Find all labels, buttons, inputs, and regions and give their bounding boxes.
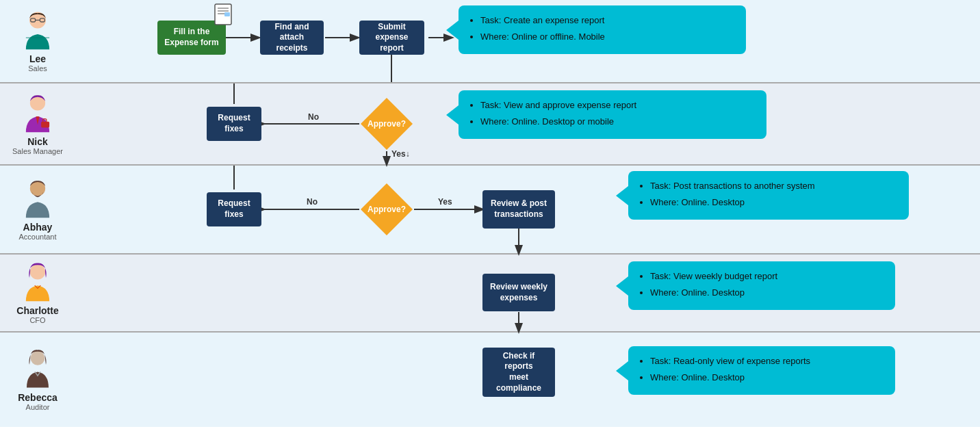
nick-callout: Task: View and approve expense report Wh… bbox=[459, 90, 766, 139]
swimlane-charlotte: Charlotte CFO Review weeklyexpenses bbox=[0, 255, 980, 333]
rebecca-name: Rebecca bbox=[18, 392, 57, 403]
check-compliance-box: Check ifreportsmeetcompliance bbox=[482, 348, 555, 397]
review-weekly-box: Review weeklyexpenses bbox=[482, 274, 555, 311]
rebecca-avatar-icon bbox=[17, 348, 58, 389]
swimlane-rebecca: Rebecca Auditor Check ifreportsmeetcompl… bbox=[0, 333, 980, 427]
no-label-nick: No bbox=[308, 112, 319, 122]
abhay-name: Abhay bbox=[23, 222, 53, 233]
actor-rebecca: Rebecca Auditor bbox=[0, 343, 75, 417]
actor-charlotte: Charlotte CFO bbox=[0, 256, 75, 330]
lee-role: Sales bbox=[28, 64, 47, 73]
svg-point-25 bbox=[30, 264, 45, 279]
actor-lee: Lee Sales bbox=[0, 4, 75, 78]
diagram: Lee Sales Fill in the bbox=[0, 0, 980, 427]
charlotte-role: CFO bbox=[29, 316, 45, 324]
charlotte-flow: Review weeklyexpenses Task: View weekly … bbox=[75, 255, 980, 331]
charlotte-name: Charlotte bbox=[16, 305, 58, 316]
yes-label-abhay: Yes bbox=[438, 197, 452, 207]
lee-callout: Task: Create an expense report Where: On… bbox=[459, 5, 746, 54]
attach-receipts-box: Find andattach receipts bbox=[260, 21, 324, 55]
nick-name: Nick bbox=[27, 136, 48, 147]
no-label-abhay: No bbox=[307, 197, 318, 207]
swimlane-abhay: Abhay Accountant bbox=[0, 166, 980, 255]
submit-report-box: Submitexpense report bbox=[359, 21, 424, 55]
lee-avatar-icon bbox=[17, 10, 58, 51]
rebecca-flow: Check ifreportsmeetcompliance Task: Read… bbox=[75, 333, 980, 427]
rebecca-callout: Task: Read-only view of expense reports … bbox=[628, 346, 895, 395]
nick-flow: No Yes↓ Requestfixes Approve? Task: View… bbox=[75, 83, 980, 164]
request-fixes-abhay-box: Requestfixes bbox=[207, 192, 261, 226]
svg-rect-14 bbox=[41, 122, 49, 128]
lee-name: Lee bbox=[29, 53, 46, 64]
swimlane-lee: Lee Sales Fill in the bbox=[0, 0, 980, 83]
nick-role: Sales Manager bbox=[12, 147, 63, 155]
yes-label-nick: Yes↓ bbox=[391, 149, 410, 159]
review-post-box: Review & posttransactions bbox=[482, 190, 555, 229]
swimlane-nick: Nick Sales Manager bbox=[0, 83, 980, 166]
receipt-icon bbox=[212, 3, 234, 30]
approve-diamond-abhay: Approve? bbox=[359, 182, 414, 237]
abhay-callout: Task: Post transactions to another syste… bbox=[628, 171, 909, 220]
nick-avatar-icon bbox=[17, 92, 58, 133]
charlotte-callout: Task: View weekly budget report Where: O… bbox=[628, 261, 895, 310]
actor-nick: Nick Sales Manager bbox=[0, 87, 75, 161]
charlotte-avatar-icon bbox=[17, 261, 58, 302]
svg-point-27 bbox=[31, 351, 45, 365]
abhay-role: Accountant bbox=[18, 233, 56, 241]
rebecca-role: Auditor bbox=[26, 403, 50, 411]
actor-abhay: Abhay Accountant bbox=[0, 172, 75, 246]
approve-diamond-nick: Approve? bbox=[359, 96, 414, 151]
abhay-avatar-icon bbox=[17, 178, 58, 219]
request-fixes-nick-box: Requestfixes bbox=[207, 107, 261, 141]
svg-rect-12 bbox=[224, 12, 230, 16]
lee-flow: Fill in the Expense form Find andattach … bbox=[75, 0, 980, 82]
abhay-flow: No Yes Requestfixes Approve? Review & po… bbox=[75, 166, 980, 253]
